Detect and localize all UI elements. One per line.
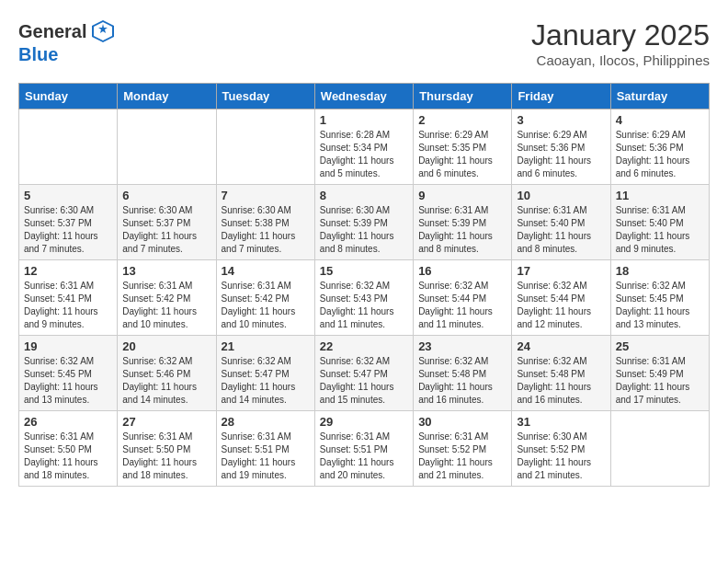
calendar-cell: 19Sunrise: 6:32 AMSunset: 5:45 PMDayligh… (19, 336, 118, 411)
day-number: 29 (320, 415, 408, 429)
day-number: 20 (122, 339, 210, 353)
day-number: 21 (222, 339, 310, 353)
day-info: Sunrise: 6:31 AMSunset: 5:51 PMDaylight:… (222, 431, 310, 482)
daylight-info: Daylight: 11 hours and 10 minutes. (222, 305, 310, 331)
sunset-info: Sunset: 5:45 PM (24, 368, 112, 381)
day-info: Sunrise: 6:31 AMSunset: 5:51 PMDaylight:… (320, 431, 408, 482)
weekday-header-tuesday: Tuesday (216, 84, 314, 109)
sunrise-info: Sunrise: 6:32 AM (517, 355, 605, 368)
sunrise-info: Sunrise: 6:29 AM (418, 129, 506, 142)
day-number: 3 (517, 113, 605, 127)
day-number: 13 (122, 264, 210, 278)
sunset-info: Sunset: 5:46 PM (122, 368, 210, 381)
daylight-info: Daylight: 11 hours and 17 minutes. (616, 381, 704, 407)
logo-general-text: General (18, 21, 86, 42)
day-info: Sunrise: 6:31 AMSunset: 5:41 PMDaylight:… (24, 280, 112, 331)
weekday-header-sunday: Sunday (19, 84, 118, 109)
day-info: Sunrise: 6:31 AMSunset: 5:42 PMDaylight:… (122, 280, 210, 331)
calendar-cell: 9Sunrise: 6:31 AMSunset: 5:39 PMDaylight… (414, 185, 512, 260)
sunrise-info: Sunrise: 6:31 AM (616, 355, 704, 368)
day-info: Sunrise: 6:32 AMSunset: 5:45 PMDaylight:… (24, 355, 112, 407)
sunrise-info: Sunrise: 6:30 AM (517, 431, 605, 443)
location-subtitle: Caoayan, Ilocos, Philippines (531, 52, 710, 68)
day-number: 28 (222, 415, 310, 429)
day-number: 16 (418, 264, 506, 278)
daylight-info: Daylight: 11 hours and 16 minutes. (517, 381, 605, 407)
calendar-cell: 17Sunrise: 6:32 AMSunset: 5:44 PMDayligh… (512, 260, 610, 336)
day-number: 8 (320, 189, 408, 202)
day-number: 15 (320, 264, 408, 278)
daylight-info: Daylight: 11 hours and 10 minutes. (122, 305, 210, 331)
day-info: Sunrise: 6:30 AMSunset: 5:39 PMDaylight:… (320, 204, 408, 256)
calendar-week-row: 1Sunrise: 6:28 AMSunset: 5:34 PMDaylight… (19, 109, 710, 185)
sunrise-info: Sunrise: 6:30 AM (320, 204, 408, 217)
sunset-info: Sunset: 5:35 PM (418, 142, 506, 155)
daylight-info: Daylight: 11 hours and 9 minutes. (616, 230, 704, 256)
sunset-info: Sunset: 5:48 PM (418, 368, 506, 381)
day-info: Sunrise: 6:30 AMSunset: 5:37 PMDaylight:… (24, 204, 112, 256)
calendar-cell (216, 109, 314, 185)
sunrise-info: Sunrise: 6:31 AM (517, 204, 605, 217)
day-info: Sunrise: 6:30 AMSunset: 5:37 PMDaylight:… (122, 204, 210, 256)
sunrise-info: Sunrise: 6:28 AM (320, 129, 408, 142)
daylight-info: Daylight: 11 hours and 11 minutes. (320, 305, 408, 331)
calendar-cell: 29Sunrise: 6:31 AMSunset: 5:51 PMDayligh… (314, 411, 413, 487)
sunrise-info: Sunrise: 6:32 AM (222, 355, 310, 368)
sunrise-info: Sunrise: 6:31 AM (24, 280, 112, 293)
calendar-cell: 24Sunrise: 6:32 AMSunset: 5:48 PMDayligh… (512, 336, 610, 411)
sunset-info: Sunset: 5:39 PM (320, 217, 408, 230)
day-number: 26 (24, 415, 112, 429)
day-number: 2 (418, 113, 506, 127)
sunrise-info: Sunrise: 6:32 AM (320, 280, 408, 293)
calendar-cell: 23Sunrise: 6:32 AMSunset: 5:48 PMDayligh… (414, 336, 512, 411)
day-number: 23 (418, 339, 506, 353)
calendar-cell: 22Sunrise: 6:32 AMSunset: 5:47 PMDayligh… (314, 336, 413, 411)
sunset-info: Sunset: 5:51 PM (320, 443, 408, 456)
daylight-info: Daylight: 11 hours and 20 minutes. (320, 456, 408, 482)
day-info: Sunrise: 6:29 AMSunset: 5:36 PMDaylight:… (517, 129, 605, 180)
calendar-cell: 2Sunrise: 6:29 AMSunset: 5:35 PMDaylight… (414, 109, 512, 185)
calendar-cell: 5Sunrise: 6:30 AMSunset: 5:37 PMDaylight… (19, 185, 118, 260)
sunrise-info: Sunrise: 6:31 AM (418, 204, 506, 217)
daylight-info: Daylight: 11 hours and 16 minutes. (418, 381, 506, 407)
sunset-info: Sunset: 5:51 PM (222, 443, 310, 456)
page-header: General Blue January 2025 Caoayan, Iloco… (18, 18, 710, 68)
day-number: 17 (517, 264, 605, 278)
day-number: 5 (24, 189, 112, 202)
sunset-info: Sunset: 5:49 PM (616, 368, 704, 381)
day-info: Sunrise: 6:31 AMSunset: 5:42 PMDaylight:… (222, 280, 310, 331)
weekday-header-monday: Monday (118, 84, 216, 109)
day-number: 27 (122, 415, 210, 429)
sunrise-info: Sunrise: 6:32 AM (418, 355, 506, 368)
logo-blue-text: Blue (18, 44, 58, 64)
sunrise-info: Sunrise: 6:30 AM (222, 204, 310, 217)
day-info: Sunrise: 6:32 AMSunset: 5:46 PMDaylight:… (122, 355, 210, 407)
sunrise-info: Sunrise: 6:29 AM (616, 129, 704, 142)
daylight-info: Daylight: 11 hours and 6 minutes. (616, 155, 704, 180)
calendar-cell: 6Sunrise: 6:30 AMSunset: 5:37 PMDaylight… (118, 185, 216, 260)
weekday-header-row: SundayMondayTuesdayWednesdayThursdayFrid… (19, 84, 710, 109)
sunrise-info: Sunrise: 6:32 AM (517, 280, 605, 293)
weekday-header-saturday: Saturday (610, 84, 709, 109)
sunrise-info: Sunrise: 6:31 AM (222, 280, 310, 293)
sunset-info: Sunset: 5:40 PM (616, 217, 704, 230)
daylight-info: Daylight: 11 hours and 8 minutes. (418, 230, 506, 256)
calendar-cell: 11Sunrise: 6:31 AMSunset: 5:40 PMDayligh… (610, 185, 709, 260)
daylight-info: Daylight: 11 hours and 13 minutes. (616, 305, 704, 331)
calendar-cell: 3Sunrise: 6:29 AMSunset: 5:36 PMDaylight… (512, 109, 610, 185)
calendar-week-row: 5Sunrise: 6:30 AMSunset: 5:37 PMDaylight… (19, 185, 710, 260)
sunrise-info: Sunrise: 6:31 AM (418, 431, 506, 443)
sunset-info: Sunset: 5:52 PM (517, 443, 605, 456)
sunset-info: Sunset: 5:42 PM (222, 293, 310, 305)
calendar-cell (610, 411, 709, 487)
sunrise-info: Sunrise: 6:32 AM (616, 280, 704, 293)
day-info: Sunrise: 6:32 AMSunset: 5:44 PMDaylight:… (517, 280, 605, 331)
day-info: Sunrise: 6:31 AMSunset: 5:49 PMDaylight:… (616, 355, 704, 407)
sunset-info: Sunset: 5:50 PM (24, 443, 112, 456)
day-info: Sunrise: 6:30 AMSunset: 5:38 PMDaylight:… (222, 204, 310, 256)
sunrise-info: Sunrise: 6:31 AM (320, 431, 408, 443)
day-info: Sunrise: 6:32 AMSunset: 5:48 PMDaylight:… (418, 355, 506, 407)
sunset-info: Sunset: 5:43 PM (320, 293, 408, 305)
calendar-cell: 16Sunrise: 6:32 AMSunset: 5:44 PMDayligh… (414, 260, 512, 336)
sunset-info: Sunset: 5:48 PM (517, 368, 605, 381)
